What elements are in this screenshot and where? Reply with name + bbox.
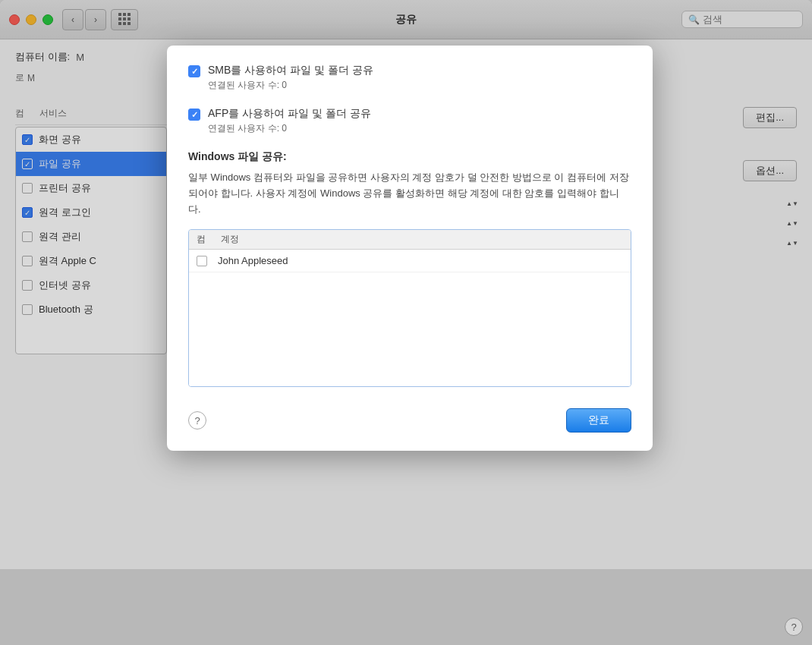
smb-connected: 연결된 사용자 수: 0 — [208, 79, 631, 92]
account-name-0: John Appleseed — [218, 255, 288, 266]
afp-connected: 연결된 사용자 수: 0 — [208, 122, 631, 135]
accounts-table-body: John Appleseed — [189, 250, 631, 386]
smb-checkbox[interactable]: ✓ — [188, 65, 200, 77]
accounts-col-computer: 컴 — [197, 233, 206, 246]
afp-title: AFP를 사용하여 파일 및 폴더 공유 — [208, 107, 631, 121]
afp-checkbox[interactable]: ✓ — [188, 109, 200, 121]
accounts-table-header: 컴 계정 — [189, 230, 631, 250]
afp-row: ✓ AFP를 사용하여 파일 및 폴더 공유 연결된 사용자 수: 0 — [188, 107, 631, 135]
smb-title: SMB를 사용하여 파일 및 폴더 공유 — [208, 64, 631, 77]
account-checkbox-0[interactable] — [197, 256, 207, 266]
accounts-table: 컴 계정 John Appleseed — [188, 229, 631, 387]
popup-help-button[interactable]: ? — [188, 411, 206, 429]
windows-title: Windows 파일 공유: — [188, 150, 631, 164]
popup-footer: ? 완료 — [188, 402, 631, 433]
windows-desc: 일부 Windows 컴퓨터와 파일을 공유하면 사용자의 계정 암호가 덜 안… — [188, 170, 631, 217]
done-button[interactable]: 완료 — [566, 408, 631, 433]
windows-section: Windows 파일 공유: 일부 Windows 컴퓨터와 파일을 공유하면 … — [188, 150, 631, 217]
accounts-row-0[interactable]: John Appleseed — [189, 250, 631, 272]
smb-row: ✓ SMB를 사용하여 파일 및 폴더 공유 연결된 사용자 수: 0 — [188, 64, 631, 92]
accounts-col-account: 계정 — [221, 233, 239, 246]
popup-panel: ✓ SMB를 사용하여 파일 및 폴더 공유 연결된 사용자 수: 0 ✓ AF… — [167, 46, 653, 451]
